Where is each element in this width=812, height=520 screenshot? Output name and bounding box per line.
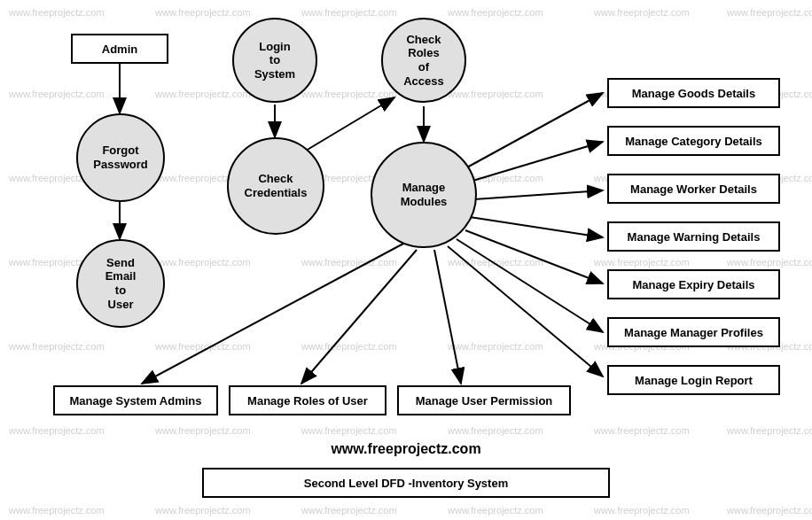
manage-login-report-node: Manage Login Report [607, 365, 780, 395]
watermark: www.freeprojectz.com [594, 425, 690, 436]
send-email-node: Send Email to User [76, 239, 165, 328]
manage-manager-node: Manage Manager Profiles [607, 317, 780, 347]
watermark: www.freeprojectz.com [301, 505, 397, 516]
watermark: www.freeprojectz.com [9, 505, 105, 516]
admin-node: Admin [71, 34, 168, 64]
watermark: www.freeprojectz.com [727, 7, 812, 18]
svg-line-13 [434, 250, 461, 384]
manage-expiry-node: Manage Expiry Details [607, 269, 780, 299]
svg-line-9 [470, 217, 603, 237]
watermark: www.freeprojectz.com [448, 425, 543, 436]
watermark: www.freeprojectz.com [594, 505, 690, 516]
check-credentials-node: Check Credentials [227, 137, 324, 235]
url-label: www.freeprojectz.com [308, 441, 504, 457]
watermark: www.freeprojectz.com [155, 505, 251, 516]
svg-line-14 [301, 250, 417, 384]
watermark: www.freeprojectz.com [9, 425, 105, 436]
watermark: www.freeprojectz.com [155, 341, 251, 352]
svg-line-8 [474, 190, 603, 199]
title-node: Second Level DFD -Inventory System [202, 468, 610, 498]
watermark: www.freeprojectz.com [9, 341, 105, 352]
manage-system-admins-node: Manage System Admins [53, 385, 218, 415]
watermark: www.freeprojectz.com [155, 257, 251, 268]
manage-warning-node: Manage Warning Details [607, 221, 780, 252]
watermark: www.freeprojectz.com [448, 89, 543, 99]
watermark: www.freeprojectz.com [448, 505, 543, 516]
watermark: www.freeprojectz.com [301, 89, 397, 99]
watermark: www.freeprojectz.com [448, 257, 543, 268]
watermark: www.freeprojectz.com [155, 425, 251, 436]
forgot-password-node: Forgot Password [76, 113, 165, 202]
manage-modules-node: Manage Modules [371, 142, 477, 248]
manage-category-node: Manage Category Details [607, 126, 780, 156]
manage-user-permission-node: Manage User Permission [397, 385, 571, 415]
watermark: www.freeprojectz.com [301, 341, 397, 352]
check-roles-node: Check Roles of Access [381, 18, 466, 103]
watermark: www.freeprojectz.com [727, 505, 812, 516]
watermark: www.freeprojectz.com [448, 7, 543, 18]
svg-line-7 [470, 142, 603, 182]
watermark: www.freeprojectz.com [155, 89, 251, 99]
manage-roles-user-node: Manage Roles of User [229, 385, 386, 415]
manage-worker-node: Manage Worker Details [607, 174, 780, 204]
watermark: www.freeprojectz.com [594, 257, 690, 268]
svg-line-4 [306, 97, 394, 151]
watermark: www.freeprojectz.com [9, 7, 105, 18]
watermark: www.freeprojectz.com [594, 7, 690, 18]
watermark: www.freeprojectz.com [9, 89, 105, 99]
watermark: www.freeprojectz.com [727, 425, 812, 436]
svg-line-15 [142, 244, 403, 384]
manage-goods-node: Manage Goods Details [607, 78, 780, 108]
svg-line-11 [457, 239, 603, 332]
login-to-system-node: Login to System [232, 18, 317, 103]
watermark: www.freeprojectz.com [301, 425, 397, 436]
svg-line-12 [448, 246, 603, 376]
watermark: www.freeprojectz.com [155, 7, 251, 18]
watermark: www.freeprojectz.com [448, 341, 543, 352]
watermark: www.freeprojectz.com [301, 7, 397, 18]
svg-line-10 [465, 230, 603, 283]
watermark: www.freeprojectz.com [301, 257, 397, 268]
svg-line-6 [465, 93, 603, 168]
watermark: www.freeprojectz.com [727, 257, 812, 268]
